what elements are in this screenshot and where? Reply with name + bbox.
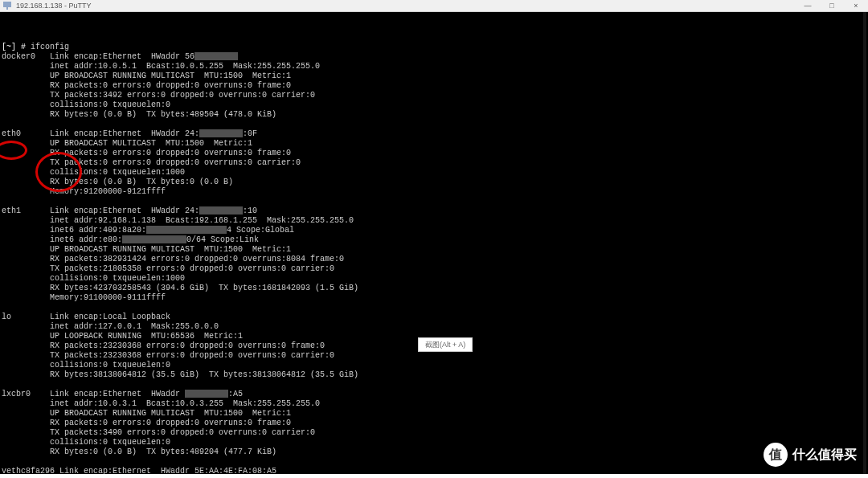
svg-rect-0: [3, 2, 11, 7]
iface-name: eth1: [2, 206, 21, 215]
window-titlebar: 192.168.1.138 - PuTTY — □ ×: [0, 0, 868, 12]
smzdm-watermark: 值 什么值得买: [764, 443, 857, 467]
iface-name: vethc8fa296: [2, 467, 55, 474]
iface-name: lo: [2, 313, 11, 321]
redacted-hwaddr: [194, 52, 238, 60]
iface-name: docker0: [2, 52, 35, 61]
close-button[interactable]: ×: [844, 0, 868, 11]
iface-name: eth0: [2, 129, 21, 138]
prompt: [~] #: [2, 43, 31, 51]
smzdm-logo-icon: 值: [764, 443, 788, 467]
redacted-hwaddr: [199, 129, 243, 137]
terminal-content: [~] # ifconfig docker0 Link encap:Ethern…: [2, 43, 866, 474]
window-title: 192.168.1.138 - PuTTY: [16, 1, 92, 10]
minimize-button[interactable]: —: [796, 0, 820, 11]
redacted-hwaddr: [199, 206, 243, 214]
screenshot-tooltip[interactable]: 截图(Alt + A): [418, 337, 473, 352]
putty-icon: [3, 2, 11, 10]
command: ifconfig: [31, 43, 69, 51]
redacted-ipv6: [122, 235, 186, 243]
iface-name: lxcbr0: [2, 390, 31, 398]
redacted-ipv6: [146, 226, 227, 234]
scrollbar-track[interactable]: [863, 12, 866, 474]
maximize-button[interactable]: □: [820, 0, 844, 11]
redacted-hwaddr: [185, 390, 228, 398]
smzdm-logo-text: 什么值得买: [792, 450, 857, 460]
window-controls: — □ ×: [796, 0, 868, 11]
svg-rect-1: [6, 7, 8, 10]
terminal-area[interactable]: [~] # ifconfig docker0 Link encap:Ethern…: [0, 12, 868, 474]
